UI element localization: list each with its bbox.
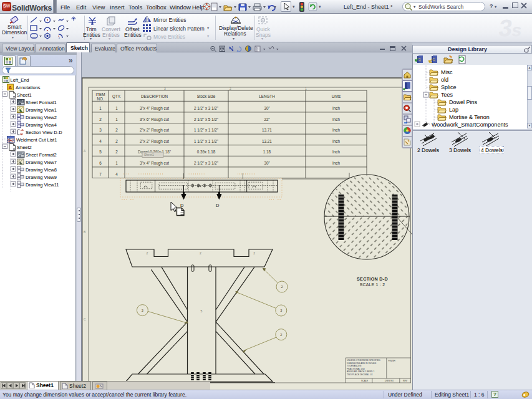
svg-text:Mortise & Tenon: Mortise & Tenon	[449, 114, 490, 120]
svg-text:old: old	[441, 77, 448, 83]
svg-text:2: 2	[253, 251, 255, 255]
svg-text:2 1/2" x 5 1/2": 2 1/2" x 5 1/2"	[194, 117, 218, 122]
svg-text:3"x 6" Rough cut: 3"x 6" Rough cut	[140, 117, 169, 122]
svg-text:7: 7	[99, 172, 102, 176]
svg-text:Woodwork_SmartComponents: Woodwork_SmartComponents	[432, 122, 508, 128]
svg-text:4: 4	[99, 139, 102, 143]
svg-text:2: 2	[99, 117, 102, 122]
svg-text:Drawing View7: Drawing View7	[26, 160, 57, 165]
svg-text:Units: Units	[332, 94, 341, 99]
svg-text:DESCRIPTION: DESCRIPTION	[141, 94, 168, 99]
svg-text:Annotations: Annotations	[16, 85, 41, 90]
svg-text:22": 22"	[264, 117, 269, 122]
svg-text:3"x 4" Rough cut: 3"x 4" Rough cut	[140, 161, 169, 166]
svg-text:2: 2	[280, 333, 282, 337]
svg-text:3: 3	[142, 309, 143, 312]
svg-text:ITEM: ITEM	[95, 92, 105, 97]
svg-text:0.39x 1.18: 0.39x 1.18	[197, 150, 216, 154]
svg-text:Stock Size: Stock Size	[197, 94, 216, 99]
svg-text:Drawing View1: Drawing View1	[26, 107, 57, 113]
svg-text:2: 2	[115, 139, 118, 143]
svg-text:2"x 2" Rough cut: 2"x 2" Rough cut	[140, 128, 169, 133]
svg-text:30": 30"	[264, 106, 269, 110]
svg-text:3: 3	[164, 87, 166, 90]
svg-text:NO.: NO.	[97, 97, 104, 101]
svg-text:3"x 4" Rough cut: 3"x 4" Rough cut	[140, 106, 169, 111]
svg-text:2 1/2" x 3 1/2": 2 1/2" x 3 1/2"	[194, 161, 218, 165]
svg-text:DIMENSIONS ARE IN INCHES: DIMENSIONS ARE IN INCHES	[347, 362, 377, 365]
svg-text:2 1/2" x 3 1/2": 2 1/2" x 3 1/2"	[194, 106, 218, 110]
svg-text:Inch: Inch	[332, 128, 340, 132]
svg-text:D: D	[180, 203, 184, 208]
svg-text:2: 2	[200, 251, 201, 255]
svg-text:Misc: Misc	[441, 69, 453, 75]
svg-text:SCALE 1 : 2: SCALE 1 : 2	[360, 282, 385, 287]
svg-text:TOLERANCES:: TOLERANCES:	[347, 365, 362, 367]
svg-text:ANGULAR: MACH 1 BEND 1: ANGULAR: MACH 1 BEND 1	[347, 370, 374, 373]
svg-text:DWG NO: DWG NO	[385, 380, 394, 382]
svg-text:A: A	[9, 85, 12, 90]
svg-text:FRACTIONAL 1/32: FRACTIONAL 1/32	[347, 368, 365, 370]
svg-text:3: 3	[99, 128, 102, 132]
svg-text:1: 1	[115, 106, 118, 110]
svg-text:30": 30"	[264, 161, 269, 165]
svg-text:Weldment Cut List1: Weldment Cut List1	[16, 137, 57, 143]
svg-text:TWO PLACE DECIMAL .01: TWO PLACE DECIMAL .01	[347, 373, 373, 376]
svg-text:5: 5	[201, 309, 203, 313]
svg-text:13.21: 13.21	[262, 139, 272, 143]
svg-text:Splice: Splice	[441, 84, 457, 90]
svg-text:1: 1	[115, 161, 118, 165]
svg-text:Sheet1: Sheet1	[17, 92, 32, 98]
svg-text:Lap: Lap	[449, 107, 458, 113]
svg-text:Dowel Pins: Dowel Pins	[449, 99, 478, 105]
svg-text:C: C	[84, 317, 86, 321]
svg-text:5: 5	[99, 150, 102, 154]
svg-text:2: 2	[115, 128, 118, 132]
svg-text:Section View D-D: Section View D-D	[26, 130, 62, 135]
svg-text:Drawing View8: Drawing View8	[26, 167, 57, 173]
svg-text:Inch: Inch	[332, 150, 340, 154]
svg-text:Drawing View2: Drawing View2	[26, 115, 57, 120]
svg-text:Drawing View11: Drawing View11	[26, 182, 59, 188]
svg-text:Sheet1: Sheet1	[144, 153, 154, 156]
svg-text:SECTION D-D: SECTION D-D	[357, 276, 388, 282]
svg-text:2: 2	[147, 251, 148, 255]
svg-text:Sheet Format1: Sheet Format1	[26, 100, 57, 105]
svg-text:2: 2	[230, 87, 231, 90]
svg-text:13.71: 13.71	[262, 128, 272, 132]
svg-text:2"x 2" Rough cut: 2"x 2" Rough cut	[140, 139, 169, 144]
svg-text:UNLESS OTHERWISE SPECIFIED:: UNLESS OTHERWISE SPECIFIED:	[347, 359, 381, 362]
svg-text:Tees: Tees	[441, 92, 453, 98]
svg-text:Sheet Format2: Sheet Format2	[26, 152, 57, 158]
svg-text:Inch: Inch	[332, 161, 340, 165]
svg-text:1: 1	[115, 117, 118, 122]
svg-text:Sheet2: Sheet2	[17, 145, 32, 150]
svg-text:1: 1	[305, 87, 307, 90]
svg-text:1 1/2" x 1 1/2": 1 1/2" x 1 1/2"	[194, 139, 218, 143]
svg-text:QTY.: QTY.	[112, 94, 121, 99]
svg-text:1.18: 1.18	[263, 150, 271, 154]
svg-text:Drawing View4: Drawing View4	[26, 122, 57, 128]
svg-text:Inch: Inch	[332, 117, 340, 122]
svg-text:D: D	[216, 203, 220, 208]
svg-text:1 1/2" x 1 1/2": 1 1/2" x 1 1/2"	[194, 128, 218, 132]
svg-text:Left_End: Left_End	[11, 77, 29, 83]
svg-text:Inch: Inch	[332, 139, 340, 143]
svg-text:Inch: Inch	[332, 106, 340, 110]
svg-text:FINISH: FINISH	[389, 360, 396, 362]
svg-text:2: 2	[281, 285, 283, 289]
svg-text:3: 3	[280, 309, 282, 312]
svg-text:4: 4	[115, 172, 118, 176]
svg-text:1: 1	[99, 106, 102, 110]
svg-text:Drawing View9: Drawing View9	[26, 175, 57, 180]
svg-text:LENGTH: LENGTH	[259, 94, 275, 99]
svg-text:REV: REV	[403, 380, 408, 382]
svg-text:6: 6	[99, 161, 102, 165]
svg-text:2: 2	[115, 150, 118, 154]
svg-text:SCALE: SCALE	[361, 380, 369, 382]
